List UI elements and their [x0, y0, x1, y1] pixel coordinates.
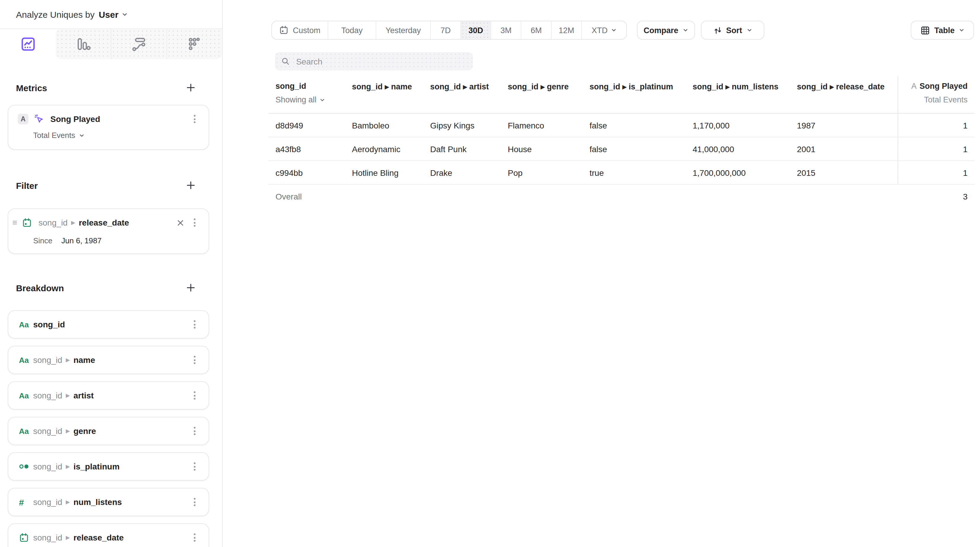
search-row	[223, 52, 980, 70]
filter-section-head: Filter	[16, 179, 196, 191]
chevron-down-icon	[682, 27, 689, 33]
breakdown-card-song-id[interactable]: Aa song_id	[8, 310, 209, 339]
tab-funnels[interactable]	[56, 29, 111, 59]
analyze-header: Analyze Uniques by User	[0, 0, 222, 29]
add-filter-button[interactable]	[186, 181, 196, 190]
breakdown-kebab-menu-icon[interactable]	[192, 532, 197, 544]
date-range-30d-selected[interactable]: 30D	[460, 21, 491, 39]
date-range-12m[interactable]: 12M	[551, 21, 581, 39]
column-header-release-date[interactable]: song_id ▸ release_date	[790, 76, 898, 113]
breakdown-property: song_id ▶ release_date	[33, 533, 124, 542]
filter-condition-row: Since Jun 6, 1987	[8, 228, 208, 245]
sort-button[interactable]: Sort	[701, 21, 764, 40]
date-range-3m[interactable]: 3M	[491, 21, 521, 39]
add-metric-button[interactable]	[186, 83, 196, 92]
insights-icon	[20, 36, 36, 52]
event-click-icon	[34, 114, 45, 124]
property-arrow-icon: ▶	[66, 464, 70, 469]
table-row[interactable]: d8d949 Bamboleo Gipsy Kings Flamenco fal…	[269, 114, 975, 137]
breakdown-kebab-menu-icon[interactable]	[192, 461, 197, 472]
chevron-down-icon	[746, 27, 752, 33]
table-header-row: song_id Showing all song_id ▸ name song_…	[269, 76, 975, 114]
number-property-icon: #	[19, 497, 31, 507]
column-header-song-id[interactable]: song_id Showing all	[269, 76, 345, 113]
breakdown-card-is-platinum[interactable]: song_id ▶ is_platinum	[8, 452, 209, 481]
breakdown-property: song_id ▶ is_platinum	[33, 462, 120, 471]
filter-card-main-row: song_id ▶ release_date	[8, 209, 208, 228]
showing-all-dropdown[interactable]: Showing all	[275, 95, 338, 104]
metric-series-badge: A	[18, 114, 29, 124]
date-range-7d[interactable]: 7D	[430, 21, 460, 39]
search-box[interactable]	[275, 52, 473, 70]
table-grid-icon	[920, 25, 930, 35]
analyze-label: Analyze Uniques by	[16, 9, 94, 19]
metric-kebab-menu-icon[interactable]	[192, 113, 197, 125]
flows-icon	[131, 36, 147, 52]
text-property-icon: Aa	[19, 320, 31, 329]
filter-value-field[interactable]: Jun 6, 1987	[61, 236, 102, 245]
date-range-6m[interactable]: 6M	[521, 21, 551, 39]
column-header-name[interactable]: song_id ▸ name	[345, 76, 423, 113]
date-range-yesterday[interactable]: Yesterday	[375, 21, 430, 39]
breakdown-kebab-menu-icon[interactable]	[192, 319, 197, 330]
breakdown-bucket-dropdown[interactable]: by Year	[8, 544, 208, 547]
report-main-area: Custom Today Yesterday 7D 30D 3M 6M 12M …	[223, 0, 980, 547]
chevron-down-icon	[121, 11, 128, 17]
breakdown-card-artist[interactable]: Aa song_id ▶ artist	[8, 381, 209, 410]
compare-button[interactable]: Compare	[637, 21, 695, 40]
property-arrow-icon: ▶	[66, 499, 70, 505]
chevron-down-icon	[319, 97, 325, 103]
metric-aggregation-dropdown[interactable]: Total Events	[8, 125, 208, 140]
metric-card[interactable]: A Song Played Total Events	[8, 105, 209, 150]
tab-retention[interactable]	[167, 29, 222, 59]
date-range-xtd-dropdown[interactable]: XTD	[581, 21, 626, 39]
calendar-icon	[19, 533, 31, 542]
retention-icon	[187, 36, 203, 52]
boolean-property-icon	[19, 463, 31, 470]
text-property-icon: Aa	[19, 355, 31, 365]
column-header-genre[interactable]: song_id ▸ genre	[501, 76, 582, 113]
column-header-num-listens[interactable]: song_id ▸ num_listens	[686, 76, 790, 113]
column-header-is-platinum[interactable]: song_id ▸ is_platinum	[582, 76, 686, 113]
report-type-tabbar	[0, 29, 222, 59]
tab-flows[interactable]	[111, 29, 167, 59]
calendar-icon	[279, 25, 288, 35]
table-row[interactable]: a43fb8 Aerodynamic Daft Punk House false…	[269, 137, 975, 161]
breakdown-card-release-date[interactable]: song_id ▶ release_date by Year	[8, 523, 209, 547]
text-property-icon: Aa	[19, 391, 31, 400]
breakdown-card-genre[interactable]: Aa song_id ▶ genre	[8, 417, 209, 445]
insights-report-app: Analyze Uniques by User	[0, 0, 980, 547]
search-input[interactable]	[295, 56, 466, 67]
filter-operator-dropdown[interactable]: Since	[33, 236, 52, 245]
breakdown-kebab-menu-icon[interactable]	[192, 425, 197, 437]
breakdown-kebab-menu-icon[interactable]	[192, 390, 197, 401]
table-overall-row: Overall 3	[269, 185, 975, 208]
breakdown-property: song_id ▶ genre	[33, 426, 96, 436]
breakdown-title: Breakdown	[16, 283, 64, 293]
column-header-artist[interactable]: song_id ▸ artist	[423, 76, 501, 113]
table-row[interactable]: c994bb Hotline Bling Drake Pop true 1,70…	[269, 161, 975, 185]
view-type-table-button[interactable]: Table	[911, 21, 974, 40]
breakdown-card-num-listens[interactable]: # song_id ▶ num_listens	[8, 488, 209, 516]
filter-property-prefix: song_id	[38, 218, 68, 227]
filter-card[interactable]: song_id ▶ release_date Since Jun 6, 1987	[8, 208, 209, 254]
property-arrow-icon: ▶	[66, 535, 70, 540]
date-range-today[interactable]: Today	[328, 21, 375, 39]
tab-insights[interactable]	[0, 29, 56, 59]
date-range-custom[interactable]: Custom	[272, 21, 328, 39]
add-breakdown-button[interactable]	[186, 283, 196, 292]
analyze-entity-value: User	[99, 9, 118, 19]
breakdown-kebab-menu-icon[interactable]	[192, 354, 197, 366]
inactive-tabs-group	[56, 29, 222, 59]
filter-property-name: release_date	[79, 218, 129, 227]
breakdown-property: song_id ▶ artist	[33, 391, 94, 400]
analyze-entity-dropdown[interactable]: User	[99, 9, 128, 19]
date-range-picker: Custom Today Yesterday 7D 30D 3M 6M 12M …	[271, 21, 627, 40]
breakdown-kebab-menu-icon[interactable]	[192, 496, 197, 508]
column-header-metric[interactable]: ASong Played Total Events	[898, 76, 975, 113]
drag-handle-icon[interactable]	[12, 219, 18, 226]
breakdown-card-name[interactable]: Aa song_id ▶ name	[8, 346, 209, 374]
remove-filter-icon[interactable]	[175, 217, 185, 228]
filter-kebab-menu-icon[interactable]	[192, 217, 197, 228]
metric-aggregation-value: Total Events	[33, 131, 75, 140]
